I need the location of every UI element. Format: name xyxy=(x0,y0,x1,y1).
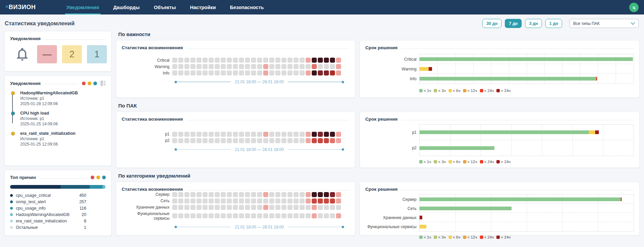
heatmap-cell xyxy=(190,132,195,137)
heatmap-cell xyxy=(324,198,329,204)
divider xyxy=(186,190,349,190)
top-cause-row[interactable]: Остальные1 xyxy=(10,225,106,230)
cause-value: 1 xyxy=(84,225,106,230)
severity-dot-warning[interactable] xyxy=(96,176,100,179)
card-title: Срок решения xyxy=(365,187,398,192)
bar-segment xyxy=(420,216,422,219)
notification-item[interactable]: HadoopWarningAllocatedGBИсточник: p12025… xyxy=(11,91,106,106)
bar-segment xyxy=(420,57,633,61)
heatmap-cell xyxy=(263,213,268,218)
heatmap-cell xyxy=(294,213,299,218)
notification-item[interactable]: era_raid_state_initializationИсточник: p… xyxy=(11,131,106,147)
heatmap-cell xyxy=(221,205,226,210)
range-button-30d[interactable]: 30 дн xyxy=(482,19,501,28)
heatmap-cell xyxy=(312,58,317,63)
resolution-chart: CriticalWarningInfo xyxy=(365,53,634,85)
heatmap-cell xyxy=(300,205,305,210)
resolution-bar xyxy=(420,207,634,210)
top-causes-list: cpu_usage_critical450snmp_test_alert257c… xyxy=(10,193,106,230)
heatmap-cell xyxy=(215,138,220,143)
heatmap-cell xyxy=(196,198,202,204)
heatmap-cell xyxy=(300,70,305,75)
section-title: По ПАК xyxy=(118,103,640,109)
top-cause-row[interactable]: snmp_test_alert257 xyxy=(10,199,106,204)
heatmap-cell xyxy=(257,138,262,143)
severity-dot-info[interactable] xyxy=(93,82,97,85)
section-categories: По категориям уведомленийСтатистика возн… xyxy=(116,173,640,236)
legend-swatch xyxy=(419,160,423,163)
severity-dot-info[interactable] xyxy=(102,176,106,179)
heatmap-cell xyxy=(294,138,299,143)
severity-tile-group: —21 xyxy=(37,45,107,63)
heatmap-cell xyxy=(203,198,208,204)
legend-label: < 24ч xyxy=(484,235,494,239)
heatmap-cell xyxy=(172,64,177,69)
legend-item: < 3ч xyxy=(434,235,446,239)
nav-tab-objects[interactable]: Объекты xyxy=(152,0,177,14)
heatmap-cells xyxy=(172,70,341,75)
heatmap-cell xyxy=(184,132,189,137)
nav-tab-settings[interactable]: Настройки xyxy=(189,0,217,14)
severity-dot-warning[interactable] xyxy=(88,82,91,85)
top-cause-row[interactable]: era_raid_state_initialization8 xyxy=(10,219,106,223)
range-button-3d[interactable]: 3 дн xyxy=(525,19,542,28)
notification-item[interactable]: CPU high loadИсточник: p12025-01-25 14:0… xyxy=(11,111,106,127)
notification-source: Источник: p1 xyxy=(20,96,106,101)
heatmap-cell xyxy=(245,132,250,137)
heatmap-cell xyxy=(196,205,202,210)
user-avatar[interactable]: ц xyxy=(629,3,639,12)
heatmap-cells xyxy=(172,58,341,63)
cause-label: snmp_test_alert xyxy=(16,199,79,204)
heatmap-cell xyxy=(336,70,341,75)
heatmap-cell xyxy=(312,132,317,137)
heatmap-cell xyxy=(251,132,256,137)
divider xyxy=(186,120,349,120)
occurrence-card: Статистика возникновенияp1p221.01 18:00 … xyxy=(116,112,355,168)
heatmap-cell xyxy=(203,205,208,210)
heatmap-cell xyxy=(275,138,280,143)
heatmap-cell xyxy=(294,64,299,69)
heatmap-cell xyxy=(190,64,195,69)
heatmap-cell xyxy=(287,192,293,197)
resolution-bar xyxy=(420,67,634,71)
heatmap-cell xyxy=(221,213,226,218)
nav-tab-security[interactable]: Безопасность xyxy=(228,0,265,14)
top-cause-row[interactable]: cpu_usage_critical450 xyxy=(10,193,106,198)
distribution-segment xyxy=(61,185,90,189)
severity-dot-critical[interactable] xyxy=(82,82,86,85)
heatmap-cell xyxy=(336,64,341,69)
heatmap-cell xyxy=(269,70,274,75)
heatmap-cell xyxy=(275,132,280,137)
pak-type-select[interactable]: Все типы ПАК xyxy=(570,19,639,28)
app-root: ^ ВИЗИОН УведомленияДашбордыОбъектыНастр… xyxy=(0,0,644,241)
legend-swatch xyxy=(434,89,437,92)
top-cause-row[interactable]: cpu_usage_info116 xyxy=(10,206,106,211)
section-pak: По ПАКСтатистика возникновенияp1p221.01 … xyxy=(116,103,640,168)
heatmap-cell xyxy=(221,138,226,143)
heatmap-cell xyxy=(330,64,335,69)
list-settings-icon[interactable] xyxy=(100,81,106,86)
heatmap-cell xyxy=(287,138,293,143)
legend-item: < 1ч xyxy=(419,235,431,239)
heatmap-cell xyxy=(203,58,208,63)
severity-dot-critical[interactable] xyxy=(91,176,94,179)
heatmap-cell xyxy=(190,213,195,218)
nav-tab-dashboards[interactable]: Дашборды xyxy=(112,0,141,14)
heatmap-cell xyxy=(245,213,250,218)
heatmap-cell xyxy=(251,198,256,204)
legend-swatch xyxy=(463,160,466,163)
top-causes-distribution-bar xyxy=(10,185,106,189)
top-cause-row[interactable]: HadoopWarningAllocatedGB20 xyxy=(10,212,106,217)
severity-tile-info: 1 xyxy=(87,45,107,63)
heatmap-cell xyxy=(336,213,341,218)
legend-swatch xyxy=(496,89,500,92)
heatmap-cells xyxy=(172,205,341,210)
heatmap-cell xyxy=(178,64,183,69)
resolution-bar xyxy=(420,216,634,219)
range-button-1d[interactable]: 1 дн xyxy=(545,19,562,28)
heatmap-cell xyxy=(330,192,335,197)
nav-tab-notifications[interactable]: Уведомления xyxy=(65,0,100,14)
legend-swatch xyxy=(449,89,452,92)
range-button-7d[interactable]: 7 дн xyxy=(505,19,522,28)
heatmap-row-label: Хранение данных xyxy=(122,205,172,210)
